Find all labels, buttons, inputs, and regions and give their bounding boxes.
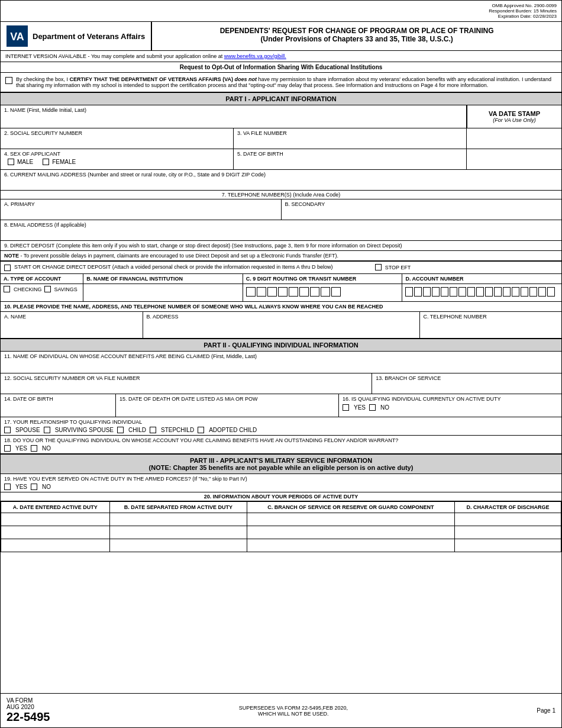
surviving-spouse-checkbox[interactable] xyxy=(44,427,50,433)
field6-cell: 6. CURRENT MAILING ADDRESS (Number and s… xyxy=(1,170,561,191)
optout-text: By checking the box, I CERTIFY THAT THE … xyxy=(16,76,557,88)
child-checkbox[interactable] xyxy=(117,427,124,433)
row1-col-c[interactable] xyxy=(247,513,455,526)
child-label: CHILD xyxy=(128,427,146,433)
row3-col-d[interactable] xyxy=(454,539,561,552)
field19-no-checkbox[interactable] xyxy=(31,484,37,490)
account-box-17[interactable] xyxy=(547,287,555,297)
account-box-10[interactable] xyxy=(485,287,493,297)
surviving-spouse-label: SURVIVING SPOUSE xyxy=(55,427,114,433)
account-box-5[interactable] xyxy=(441,287,448,297)
row2-col-b[interactable] xyxy=(109,526,247,539)
account-box-14[interactable] xyxy=(521,287,528,297)
field10-row: A. NAME B. ADDRESS C. TELEPHONE NUMBER xyxy=(1,312,561,339)
account-box-2[interactable] xyxy=(414,287,422,297)
field9-label: 9. DIRECT DEPOSIT (Complete this item on… xyxy=(4,243,402,249)
banking-d-header: D. ACCOUNT NUMBER xyxy=(402,274,561,284)
routing-box-1[interactable] xyxy=(246,287,256,297)
spouse-checkbox[interactable] xyxy=(4,427,11,433)
routing-box-6[interactable] xyxy=(299,287,309,297)
field18-yes-checkbox[interactable] xyxy=(4,445,11,452)
account-box-13[interactable] xyxy=(512,287,519,297)
row2-col-d[interactable] xyxy=(454,526,561,539)
field7a-input[interactable] xyxy=(4,207,277,218)
field3-input[interactable] xyxy=(237,136,463,147)
field11-label: 11. NAME OF INDIVIDUAL ON WHOSE ACCOUNT … xyxy=(4,353,558,359)
field16-no-checkbox[interactable] xyxy=(369,404,376,411)
routing-box-7[interactable] xyxy=(310,287,319,297)
routing-box-2[interactable] xyxy=(257,287,266,297)
row1-col-b[interactable] xyxy=(109,513,247,526)
field12-13-row: 12. SOCIAL SECURITY NUMBER OR VA FILE NU… xyxy=(1,373,561,394)
row3-col-b[interactable] xyxy=(109,539,247,552)
field12-cell: 12. SOCIAL SECURITY NUMBER OR VA FILE NU… xyxy=(1,373,372,394)
field13-input[interactable] xyxy=(376,381,558,392)
field16-no-label: NO xyxy=(380,404,389,411)
optout-checkbox[interactable] xyxy=(5,77,12,84)
female-checkbox[interactable] xyxy=(43,159,49,165)
account-box-16[interactable] xyxy=(538,287,546,297)
field19-yes-label: YES xyxy=(15,484,27,490)
field12-input[interactable] xyxy=(4,381,368,392)
stop-eft-checkbox[interactable] xyxy=(375,264,382,270)
field10a-input[interactable] xyxy=(4,320,139,336)
account-box-8[interactable] xyxy=(467,287,475,297)
row2-col-c[interactable] xyxy=(247,526,455,539)
account-box-12[interactable] xyxy=(503,287,511,297)
field5-input[interactable] xyxy=(237,157,463,167)
account-box-4[interactable] xyxy=(432,287,440,297)
row2-col-a[interactable] xyxy=(1,526,110,539)
optout-section: Request to Opt-Out of Information Sharin… xyxy=(1,62,561,92)
start-change-checkbox[interactable] xyxy=(4,265,11,271)
account-box-15[interactable] xyxy=(529,287,537,297)
savings-checkbox[interactable] xyxy=(44,286,51,292)
field15-input[interactable] xyxy=(119,402,335,415)
field8-input[interactable] xyxy=(4,228,558,239)
row1-col-d[interactable] xyxy=(454,513,561,526)
female-checkbox-item[interactable]: FEMALE xyxy=(43,159,76,165)
banking-b-header: B. NAME OF FINANCIAL INSTITUTION xyxy=(83,274,243,284)
footer-date-label: AUG 2020 xyxy=(7,704,50,710)
field11-input[interactable] xyxy=(4,359,558,371)
account-box-7[interactable] xyxy=(458,287,466,297)
male-checkbox[interactable] xyxy=(8,159,14,165)
field2-input[interactable] xyxy=(4,136,230,147)
routing-box-4[interactable] xyxy=(278,287,288,297)
field1-cell: 1. NAME (First, Middle Initial, Last) xyxy=(1,105,467,128)
field14-input[interactable] xyxy=(4,402,112,415)
male-checkbox-item[interactable]: MALE xyxy=(8,159,33,165)
adopted-child-checkbox[interactable] xyxy=(198,427,204,433)
omb-line3: Expiration Date: 02/28/2023 xyxy=(5,14,557,19)
account-box-11[interactable] xyxy=(494,287,502,297)
field16-yes-checkbox[interactable] xyxy=(343,404,349,411)
account-box-1[interactable] xyxy=(405,287,413,297)
field10b-input[interactable] xyxy=(147,320,416,336)
account-box-9[interactable] xyxy=(476,287,484,297)
field19-yes-checkbox[interactable] xyxy=(4,484,11,490)
field10c-input[interactable] xyxy=(424,320,558,336)
field1-input[interactable] xyxy=(4,113,463,126)
internet-notice-text: INTERNET VERSION AVAILABLE - You may com… xyxy=(5,53,224,59)
field18-no-checkbox[interactable] xyxy=(31,445,37,452)
va-dept-name: Department of Veterans Affairs xyxy=(33,32,145,41)
checking-checkbox[interactable] xyxy=(4,286,10,292)
routing-box-3[interactable] xyxy=(267,287,277,297)
field16-yes-label: YES xyxy=(354,404,366,411)
bank-name-cell[interactable] xyxy=(83,284,243,301)
account-box-6[interactable] xyxy=(450,287,457,297)
row1-col-a[interactable] xyxy=(1,513,110,526)
field7b-input[interactable] xyxy=(285,207,558,218)
stepchild-checkbox[interactable] xyxy=(150,427,156,433)
field6-input[interactable] xyxy=(4,178,558,188)
routing-box-5[interactable] xyxy=(289,287,298,297)
row3-col-c[interactable] xyxy=(247,539,455,552)
account-box-3[interactable] xyxy=(423,287,431,297)
field3-label: 3. VA FILE NUMBER xyxy=(237,130,463,136)
routing-box-8[interactable] xyxy=(321,287,330,297)
routing-box-9[interactable] xyxy=(331,287,341,297)
field2-label: 2. SOCIAL SECURITY NUMBER xyxy=(4,130,230,136)
male-label: MALE xyxy=(17,159,33,165)
internet-notice-link[interactable]: www.benefits.va.gov/gibill. xyxy=(224,53,286,59)
supersedes-line2: WHICH WILL NOT BE USED. xyxy=(239,711,348,717)
row3-col-a[interactable] xyxy=(1,539,110,552)
